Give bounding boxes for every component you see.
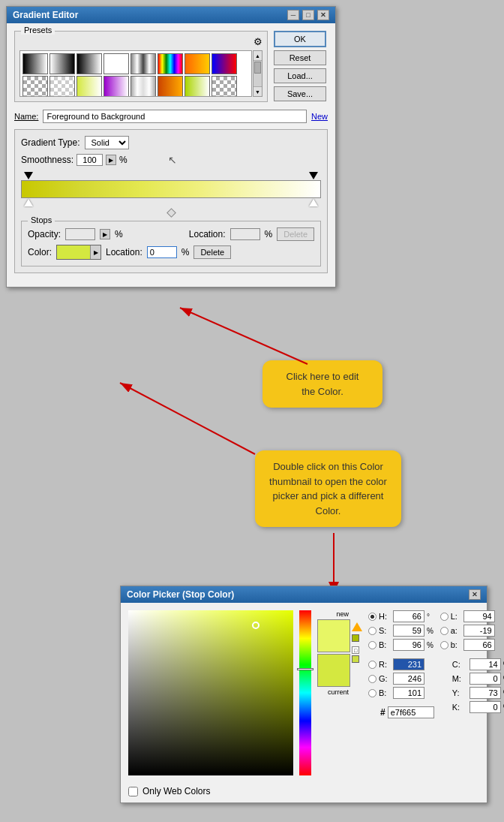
gradient-type-row: Gradient Type: Solid Noise (21, 136, 321, 149)
spacer (368, 653, 434, 656)
gradient-bar[interactable] (21, 180, 321, 198)
color-swatch[interactable] (57, 245, 90, 259)
sv-cursor (252, 622, 260, 629)
name-row: Name: New (14, 110, 328, 123)
preset-swatch-1[interactable] (22, 53, 48, 74)
presets-scroll-down[interactable]: ▼ (254, 86, 262, 96)
r-label: R: (379, 660, 391, 669)
color-picker-titlebar: Color Picker (Stop Color) ✕ (121, 586, 487, 603)
presets-label: Presets (21, 26, 55, 35)
color-swatch-container[interactable]: ▶ (56, 245, 101, 260)
saturation-field-row: S: % (368, 625, 434, 637)
load-button[interactable]: Load... (274, 68, 326, 83)
smoothness-stepper[interactable]: ▶ (106, 155, 116, 165)
gradient-type-select[interactable]: Solid Noise (85, 136, 129, 149)
preset-swatch-9[interactable] (22, 76, 48, 97)
s-input[interactable] (393, 625, 424, 637)
preset-swatch-11[interactable] (76, 76, 102, 97)
preset-swatch-12[interactable] (104, 76, 129, 97)
preset-swatch-8[interactable] (212, 53, 237, 74)
c-field-row: C: % (440, 658, 504, 670)
l-radio[interactable] (440, 613, 448, 621)
preset-swatch-4[interactable] (104, 53, 129, 74)
preset-swatch-7[interactable] (184, 53, 210, 74)
cp-close-button[interactable]: ✕ (469, 589, 481, 600)
s-label: S: (379, 626, 391, 635)
hue-radio[interactable] (368, 613, 376, 621)
b-lab-field-row: b: (440, 639, 504, 651)
gradient-editor-title: Gradient Editor (13, 10, 78, 20)
b-rgb-radio[interactable] (368, 689, 376, 697)
presets-scroll-up[interactable]: ▲ (254, 51, 262, 61)
gamut-warning-icon[interactable] (352, 622, 362, 631)
k-label: K: (452, 703, 467, 712)
ok-button[interactable]: OK (274, 31, 326, 47)
b-rgb-input[interactable] (393, 687, 424, 699)
b-radio[interactable] (368, 641, 376, 649)
gamut-fix-swatch[interactable] (352, 634, 359, 642)
preset-swatch-5[interactable] (130, 53, 156, 74)
minimize-button[interactable]: ─ (287, 10, 299, 20)
preset-swatch-10[interactable] (50, 76, 75, 97)
sv-picker[interactable] (128, 610, 293, 775)
y-label: Y: (452, 688, 467, 697)
preset-swatch-16[interactable] (212, 76, 237, 97)
smoothness-input[interactable] (76, 154, 103, 166)
l-label: L: (451, 612, 461, 621)
location-input-color[interactable] (147, 246, 177, 258)
b-input[interactable] (393, 639, 424, 651)
color-swatch-arrow[interactable]: ▶ (90, 245, 100, 259)
delete-opacity-button[interactable]: Delete (277, 227, 314, 241)
hex-input[interactable] (388, 706, 434, 718)
preset-swatch-13[interactable] (130, 76, 156, 97)
presets-settings-icon[interactable]: ⚙ (254, 36, 262, 47)
a-radio[interactable] (440, 627, 448, 635)
arrow-2-svg (60, 368, 270, 495)
c-input[interactable] (470, 658, 501, 670)
k-input[interactable] (470, 701, 501, 713)
r-radio[interactable] (368, 661, 376, 669)
preset-swatch-6[interactable] (158, 53, 183, 74)
annotation-1: Click here to edit the Color. (262, 360, 382, 408)
name-input[interactable] (43, 110, 307, 123)
b-lab-radio[interactable] (440, 641, 448, 649)
maximize-button[interactable]: □ (302, 10, 314, 20)
opacity-input[interactable] (65, 228, 95, 240)
b-lab-input[interactable] (464, 639, 495, 651)
color-picker-title: Color Picker (Stop Color) (127, 589, 234, 600)
color-stop-left[interactable] (24, 172, 33, 179)
l-input[interactable] (464, 610, 495, 622)
a-label: a: (451, 626, 461, 635)
s-radio[interactable] (368, 627, 376, 635)
color-stop-right[interactable] (309, 172, 318, 179)
delete-color-button[interactable]: Delete (194, 245, 231, 259)
location-input-opacity[interactable] (230, 228, 260, 240)
annotation-2: Double click on this Color thumbnail to … (255, 450, 401, 527)
hue-cursor (297, 668, 314, 670)
m-input[interactable] (470, 673, 501, 685)
smoothness-row: Smoothness: ▶ % ↖ (21, 154, 321, 166)
reset-button[interactable]: Reset (274, 50, 326, 65)
preset-swatch-15[interactable] (184, 76, 210, 97)
hex-field-row: # (368, 706, 434, 718)
g-input[interactable] (393, 673, 424, 685)
web-safe-swatch[interactable] (352, 655, 359, 663)
new-button[interactable]: New (311, 112, 328, 121)
web-safe-icon[interactable]: □ (352, 646, 359, 654)
only-web-colors-checkbox[interactable] (128, 787, 138, 796)
preset-swatch-14[interactable] (158, 76, 183, 97)
preset-swatch-2[interactable] (50, 53, 75, 74)
gradient-midpoint[interactable] (166, 208, 176, 218)
a-input[interactable] (464, 625, 495, 637)
preset-swatch-3[interactable] (76, 53, 102, 74)
opacity-stop-left[interactable] (24, 199, 33, 208)
opacity-stop-right[interactable] (309, 199, 318, 208)
close-button[interactable]: ✕ (317, 10, 329, 20)
h-input[interactable] (393, 610, 424, 622)
g-radio[interactable] (368, 675, 376, 683)
opacity-stepper[interactable]: ▶ (100, 229, 110, 239)
save-button[interactable]: Save... (274, 86, 326, 101)
hue-slider[interactable] (299, 610, 311, 775)
r-input[interactable] (393, 658, 424, 670)
y-input[interactable] (470, 687, 501, 699)
